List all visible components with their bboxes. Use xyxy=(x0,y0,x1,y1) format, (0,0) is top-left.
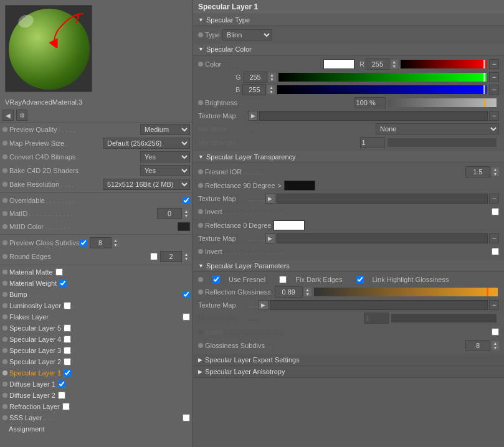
rg-down[interactable]: ▼ xyxy=(304,292,311,296)
ms2-input[interactable] xyxy=(364,313,389,324)
specular-4-check[interactable] xyxy=(64,336,71,343)
material-matte-check[interactable] xyxy=(55,268,63,276)
texture-map-2-play[interactable]: ▶ xyxy=(265,194,275,204)
matid-input[interactable] xyxy=(157,208,182,219)
invert-3-checkbox[interactable] xyxy=(492,328,499,336)
invert-1-checkbox[interactable] xyxy=(492,208,499,215)
link-highlight-check[interactable] xyxy=(356,276,364,283)
specular-5-item[interactable]: Specular Layer 5 xyxy=(0,322,193,334)
preview-gloss-up[interactable]: ▲ xyxy=(112,238,120,243)
texture-map-1-minus[interactable]: − xyxy=(489,111,499,121)
reflectance-90-dot xyxy=(198,183,203,188)
specular-3-item[interactable]: Specular Layer 3 xyxy=(0,345,193,356)
color-b-minus[interactable]: − xyxy=(489,85,499,95)
bake-c4d-2d-dropdown[interactable]: Yes No xyxy=(140,165,190,176)
color-r-down[interactable]: ▼ xyxy=(391,64,398,68)
preview-gloss-input[interactable] xyxy=(90,237,112,248)
material-weight-item[interactable]: Material Weight xyxy=(0,278,193,289)
mix-strength-input[interactable] xyxy=(360,137,385,148)
reflection-glossiness-input[interactable] xyxy=(275,286,303,298)
reflectance-90-swatch[interactable] xyxy=(284,181,315,191)
specular-1-item[interactable]: Specular Layer 1 xyxy=(0,367,193,379)
fresnel-input[interactable] xyxy=(465,166,490,177)
luminosity-check[interactable] xyxy=(64,302,71,309)
specular-3-check[interactable] xyxy=(64,347,71,354)
diffuse-1-check[interactable] xyxy=(58,380,65,388)
diffuse-1-item[interactable]: Diffuse Layer 1 xyxy=(0,379,193,390)
refraction-check[interactable] xyxy=(62,403,70,410)
invert-2-checkbox[interactable] xyxy=(492,248,499,255)
brightness-input[interactable] xyxy=(354,97,386,108)
texture-map-3-minus[interactable]: − xyxy=(489,233,499,243)
color-r-up[interactable]: ▲ xyxy=(391,60,398,64)
refraction-layer-item[interactable]: Refraction Layer xyxy=(0,401,193,412)
color-swatch-white[interactable] xyxy=(323,59,354,69)
round-edges-input[interactable] xyxy=(160,251,182,262)
specular-4-item[interactable]: Specular Layer 4 xyxy=(0,334,193,345)
gs-down[interactable]: ▼ xyxy=(492,346,499,350)
specular-2-item[interactable]: Specular Layer 2 xyxy=(0,356,193,367)
gs-up[interactable]: ▲ xyxy=(492,341,499,346)
texture-map-2-minus[interactable]: − xyxy=(489,194,499,204)
sss-layer-item[interactable]: SSS Layer ...... xyxy=(0,412,193,423)
specular-type-header[interactable]: ▼ Specular Type xyxy=(193,14,504,26)
diffuse-2-item[interactable]: Diffuse Layer 2 xyxy=(0,390,193,401)
specular-5-check[interactable] xyxy=(64,324,71,332)
color-g-input[interactable] xyxy=(244,72,267,83)
sss-check[interactable] xyxy=(183,414,190,421)
anisotropy-header[interactable]: ▶ Specular Layer Anisotropy xyxy=(193,366,504,378)
flakes-check[interactable] xyxy=(183,313,190,321)
specular-color-header[interactable]: ▼ Specular Color xyxy=(193,44,504,55)
gs-input[interactable] xyxy=(465,340,490,351)
color-g-minus[interactable]: − xyxy=(489,72,499,82)
matid-up[interactable]: ▲ xyxy=(183,209,190,214)
luminosity-layer-item[interactable]: Luminosity Layer xyxy=(0,300,193,311)
reflectance-0-swatch[interactable] xyxy=(273,220,305,230)
color-r-minus[interactable]: − xyxy=(489,59,499,69)
preview-gloss-down[interactable]: ▼ xyxy=(112,243,120,247)
assignment-item[interactable]: Assignment xyxy=(0,423,193,435)
matid-down[interactable]: ▼ xyxy=(183,214,190,218)
texture-map-4-play[interactable]: ▶ xyxy=(259,300,269,310)
color-b-down[interactable]: ▼ xyxy=(267,90,275,94)
specular-2-check[interactable] xyxy=(64,358,71,365)
fix-dark-edges-check[interactable] xyxy=(279,276,287,283)
fresnel-up[interactable]: ▲ xyxy=(492,167,499,172)
toolbar-settings-btn[interactable]: ⚙ xyxy=(16,110,27,121)
toolbar-left-btn[interactable]: ◀ xyxy=(2,110,14,121)
map-preview-size-dropdown[interactable]: Default (256x256) xyxy=(103,138,190,149)
color-g-up[interactable]: ▲ xyxy=(269,73,276,77)
material-matte-item[interactable]: Material Matte xyxy=(0,266,193,278)
color-b-input[interactable] xyxy=(242,84,266,95)
use-fresnel-check[interactable] xyxy=(212,276,220,283)
preview-quality-dropdown[interactable]: Medium Low High xyxy=(140,124,190,135)
transparency-header[interactable]: ▼ Specular Layer Transparency xyxy=(193,151,504,163)
overridable-checkbox[interactable] xyxy=(183,197,190,204)
fresnel-down[interactable]: ▼ xyxy=(492,172,499,176)
flakes-layer-item[interactable]: Flakes Layer . . . . xyxy=(0,311,193,322)
round-edges-up[interactable]: ▲ xyxy=(183,252,190,256)
color-r-input[interactable] xyxy=(366,59,389,70)
bake-resolution-dropdown[interactable]: 512x512 16Bit (2 MB) xyxy=(103,179,190,190)
material-weight-check[interactable] xyxy=(59,280,67,287)
round-edges-checkbox[interactable] xyxy=(150,253,158,260)
texture-map-1-play[interactable]: ▶ xyxy=(248,111,258,121)
mix-mode-dropdown[interactable]: None xyxy=(376,123,499,134)
mtlid-color-swatch[interactable] xyxy=(178,222,190,231)
svg-text:?: ? xyxy=(74,13,80,26)
round-edges-down[interactable]: ▼ xyxy=(183,256,190,261)
texture-map-3-play[interactable]: ▶ xyxy=(265,233,275,243)
color-g-down[interactable]: ▼ xyxy=(269,77,276,82)
color-b-up[interactable]: ▲ xyxy=(267,85,275,90)
bump-item[interactable]: Bump . . . . . . . . . . xyxy=(0,289,193,300)
convert-c4d-dropdown[interactable]: Yes No xyxy=(140,151,190,162)
texture-map-4-minus[interactable]: − xyxy=(489,300,499,310)
preview-gloss-checkbox[interactable] xyxy=(80,239,87,247)
parameters-header[interactable]: ▼ Specular Layer Parameters xyxy=(193,260,504,272)
type-dropdown[interactable]: Blinn Phong Ward xyxy=(222,29,272,40)
expert-settings-header[interactable]: ▶ Specular Layer Expert Settings xyxy=(193,354,504,366)
diffuse-2-check[interactable] xyxy=(58,392,65,399)
rg-up[interactable]: ▲ xyxy=(304,288,311,292)
bump-check[interactable] xyxy=(183,291,190,298)
specular-1-check[interactable] xyxy=(64,369,71,377)
